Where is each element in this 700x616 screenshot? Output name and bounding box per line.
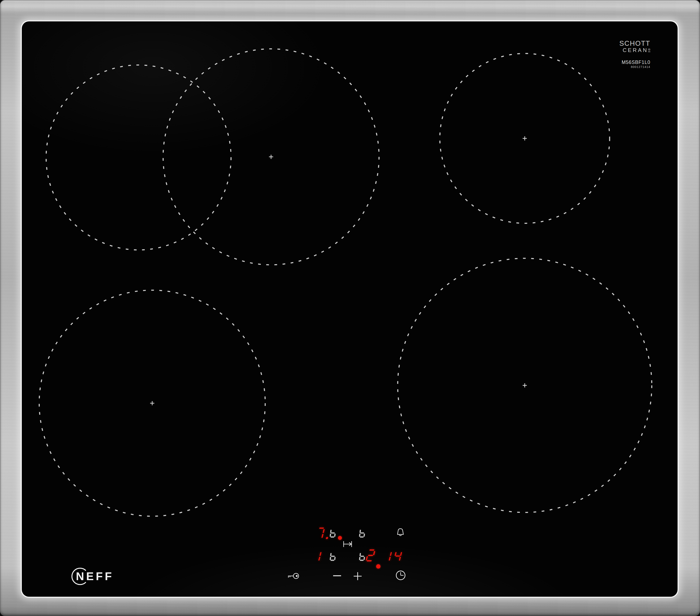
product-code-label: 8001271414 <box>606 65 650 68</box>
neff-logo-text: NEFF <box>76 570 114 582</box>
ceran-brand-text: CERAN® <box>606 47 650 53</box>
model-number-label: M56SBF1L0 <box>606 60 650 65</box>
neff-logo: NEFF <box>71 567 123 586</box>
display-timer-minutes <box>383 550 406 562</box>
ceramic-glass-surface <box>22 21 677 597</box>
dot-indicator-timer <box>376 564 380 569</box>
plus-button[interactable] <box>353 571 363 581</box>
display-back-left-aux <box>328 528 339 538</box>
key-icon[interactable] <box>287 572 299 580</box>
induction-hob-frame: SCHOTT CERAN® M56SBF1L0 8001271414 NEFF <box>0 0 700 616</box>
registered-mark: ® <box>648 48 650 52</box>
schott-brand-text: SCHOTT <box>606 40 650 47</box>
clock-icon[interactable] <box>396 570 406 581</box>
display-front-left-level[interactable] <box>312 550 325 562</box>
glass-brand-block: SCHOTT CERAN® M56SBF1L0 8001271414 <box>606 40 650 68</box>
arrow-to-bar-icon <box>342 540 353 548</box>
display-front-right-level[interactable] <box>365 549 379 562</box>
display-front-left-aux <box>328 551 339 561</box>
display-back-right-aux <box>358 528 368 538</box>
bell-icon <box>396 528 404 537</box>
minus-button[interactable] <box>332 571 342 581</box>
dot-indicator-back <box>338 536 342 540</box>
